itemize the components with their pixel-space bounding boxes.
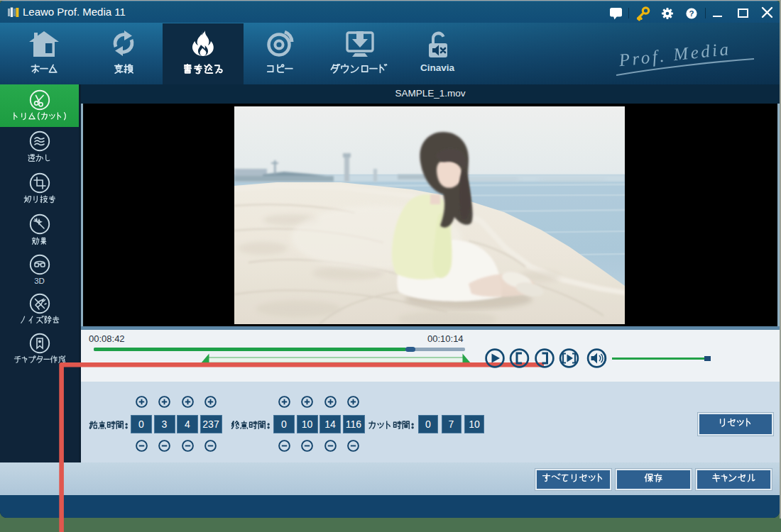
svg-text:?: ? bbox=[689, 9, 694, 18]
svg-text:Prof. Media: Prof. Media bbox=[617, 39, 731, 70]
